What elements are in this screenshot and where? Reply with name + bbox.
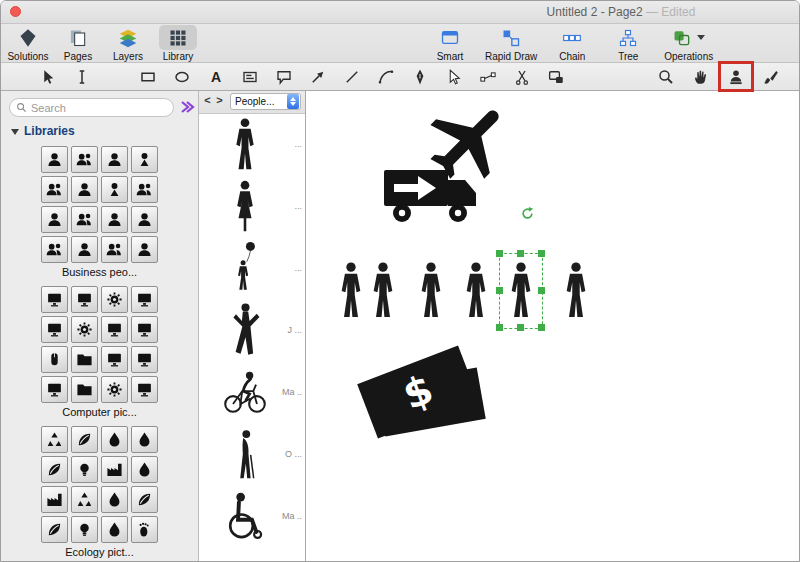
line-tool[interactable]: [339, 65, 365, 88]
library-item-drop[interactable]: [101, 426, 128, 453]
library-item-drop[interactable]: [101, 516, 128, 543]
library-item-monitor[interactable]: [101, 316, 128, 343]
solutions-button[interactable]: Solutions: [7, 25, 49, 62]
library-item-woman-bust[interactable]: [101, 176, 128, 203]
truck-shape[interactable]: [384, 166, 484, 224]
dropdown-stepper-icon[interactable]: [287, 94, 299, 109]
library-item-bust[interactable]: [101, 206, 128, 233]
dropdown-chevron-icon[interactable]: [697, 35, 705, 40]
library-item-monitor[interactable]: [131, 286, 158, 313]
shape-item-cyclist[interactable]: Ma ..: [199, 361, 305, 423]
library-item-woman-bust[interactable]: [131, 146, 158, 173]
operations-button[interactable]: Operations: [663, 25, 714, 62]
library-item-bust[interactable]: [41, 206, 68, 233]
edit-nodes-tool[interactable]: [475, 65, 501, 88]
library-item-gear[interactable]: [71, 316, 98, 343]
text-block-tool[interactable]: [237, 65, 263, 88]
selection-handle[interactable]: [496, 250, 503, 257]
shape-item-jumping-man[interactable]: J ...: [199, 299, 305, 361]
callout-tool[interactable]: [271, 65, 297, 88]
money-bills[interactable]: $: [362, 358, 512, 458]
pages-button[interactable]: Pages: [57, 25, 99, 62]
library-item-foot[interactable]: [131, 516, 158, 543]
selection-handle[interactable]: [517, 324, 524, 331]
library-item-gear[interactable]: [101, 286, 128, 313]
shape-item-standing-woman[interactable]: ...: [199, 175, 305, 237]
selection-handle[interactable]: [517, 250, 524, 257]
canvas-person-6[interactable]: [562, 262, 590, 318]
library-item-bust[interactable]: [131, 236, 158, 263]
library-item-bust[interactable]: [71, 176, 98, 203]
library-item-monitor[interactable]: [41, 316, 68, 343]
library-item-factory[interactable]: [101, 456, 128, 483]
library-item-gear[interactable]: [101, 376, 128, 403]
canvas-person-4[interactable]: [462, 262, 490, 318]
library-item-bust[interactable]: [71, 236, 98, 263]
library-item-monitor[interactable]: [101, 346, 128, 373]
bezier-tool[interactable]: [407, 65, 433, 88]
library-item-busts[interactable]: [101, 236, 128, 263]
tree-button[interactable]: Tree: [607, 25, 649, 62]
shape-search-icon[interactable]: [179, 99, 195, 115]
text-cursor-tool[interactable]: [69, 65, 95, 88]
panel-prev-button[interactable]: <: [202, 94, 213, 106]
search-input[interactable]: Search: [9, 98, 174, 117]
library-item-bulb[interactable]: [71, 456, 98, 483]
library-item-monitor[interactable]: [41, 376, 68, 403]
smart-button[interactable]: Smart: [429, 25, 471, 62]
zoom-tool[interactable]: [653, 65, 679, 88]
library-item-leaf[interactable]: [41, 456, 68, 483]
library-item-factory[interactable]: [41, 486, 68, 513]
library-item-bulb[interactable]: [71, 516, 98, 543]
library-item-mouse[interactable]: [41, 346, 68, 373]
shape-item-child-with-balloon[interactable]: ...: [199, 237, 305, 299]
smart-shape-tool[interactable]: [543, 65, 569, 88]
arc-tool[interactable]: [373, 65, 399, 88]
format-brush-tool[interactable]: [758, 65, 784, 88]
library-item-bust[interactable]: [41, 146, 68, 173]
shape-item-elderly-man[interactable]: O ...: [199, 423, 305, 485]
library-item-busts[interactable]: [131, 176, 158, 203]
close-button[interactable]: [10, 6, 21, 17]
library-item-busts[interactable]: [71, 206, 98, 233]
library-item-busts[interactable]: [41, 236, 68, 263]
selection-handle[interactable]: [538, 324, 545, 331]
selection-handle[interactable]: [538, 287, 545, 294]
disclosure-triangle-icon[interactable]: [11, 129, 19, 135]
select-tool[interactable]: [35, 65, 61, 88]
shape-item-wheelchair-person[interactable]: Ma ..: [199, 485, 305, 547]
layers-button[interactable]: Layers: [107, 25, 149, 62]
canvas-person-3[interactable]: [417, 262, 445, 318]
library-item-busts[interactable]: [41, 176, 68, 203]
library-item-bust[interactable]: [131, 206, 158, 233]
library-item-monitor[interactable]: [131, 316, 158, 343]
library-item-recycle[interactable]: [41, 426, 68, 453]
library-item-folder[interactable]: [71, 376, 98, 403]
rotate-indicator-icon[interactable]: [520, 206, 535, 221]
stamp-people-tool[interactable]: [723, 65, 749, 88]
ellipse-tool[interactable]: [169, 65, 195, 88]
text-tool[interactable]: A: [203, 65, 229, 88]
library-dropdown[interactable]: People...: [230, 93, 301, 110]
document-canvas[interactable]: $: [306, 90, 799, 561]
panel-next-button[interactable]: >: [214, 94, 225, 106]
library-item-drop[interactable]: [131, 456, 158, 483]
node-select-tool[interactable]: [441, 65, 467, 88]
selection-box[interactable]: [499, 253, 543, 329]
library-item-bust[interactable]: [101, 146, 128, 173]
library-item-monitor[interactable]: [131, 376, 158, 403]
rapid-draw-button[interactable]: Rapid Draw: [485, 25, 537, 62]
library-item-leaf[interactable]: [131, 486, 158, 513]
library-item-busts[interactable]: [71, 146, 98, 173]
library-item-leaf[interactable]: [71, 426, 98, 453]
split-tool[interactable]: [509, 65, 535, 88]
library-item-monitor[interactable]: [41, 286, 68, 313]
canvas-person-1[interactable]: [337, 262, 365, 318]
chain-button[interactable]: Chain: [551, 25, 593, 62]
selection-handle[interactable]: [496, 324, 503, 331]
library-item-recycle[interactable]: [71, 486, 98, 513]
pan-tool[interactable]: [688, 65, 714, 88]
library-item-leaf[interactable]: [41, 516, 68, 543]
connector-tool[interactable]: [305, 65, 331, 88]
library-item-folder[interactable]: [71, 346, 98, 373]
